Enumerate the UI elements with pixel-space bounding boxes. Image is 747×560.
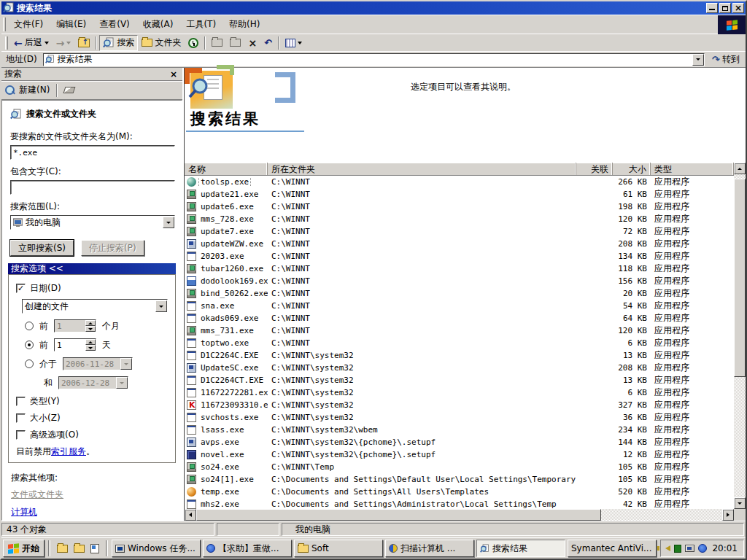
table-row[interactable]: mhs2.exe C:\Documents and Settings\Admin…: [185, 498, 734, 509]
menu-favorites[interactable]: 收藏(A): [136, 15, 180, 34]
file-name[interactable]: updateWZW.exe: [199, 239, 265, 249]
table-row[interactable]: lsass.exe C:\WINNT\system32\wbem 234 KB …: [185, 424, 734, 436]
file-name-cell[interactable]: update7.exe: [185, 227, 268, 236]
scope-dropdown[interactable]: 我的电脑: [10, 215, 175, 230]
column-header-folder[interactable]: 所在文件夹: [268, 163, 576, 175]
file-name[interactable]: update6.exe: [199, 202, 255, 211]
table-row[interactable]: 11672272281.exe C:\WINNT\system32 6 KB 应…: [185, 386, 734, 399]
file-name[interactable]: update21.exe: [199, 190, 260, 199]
close-button[interactable]: ×: [732, 3, 744, 13]
file-name-cell[interactable]: tubar1260.exe: [185, 264, 268, 273]
file-name-cell[interactable]: so24[1].exe: [185, 475, 268, 484]
show-desktop-icon[interactable]: [90, 544, 99, 553]
date-type-dropdown[interactable]: 创建的文件: [22, 299, 168, 314]
file-name-cell[interactable]: avps.exe: [185, 438, 268, 447]
quick-launch-folder-icon[interactable]: [57, 545, 68, 553]
horizontal-scroll-thumb[interactable]: [196, 509, 601, 521]
menu-help[interactable]: 帮助(H): [222, 15, 266, 34]
file-name[interactable]: D1C2264C.EXE: [199, 351, 260, 360]
index-service-link[interactable]: 索引服务: [51, 446, 86, 456]
tray-green-icon[interactable]: [674, 545, 681, 553]
table-row[interactable]: UpdateSC.exe C:\WINNT\system32 208 KB 应用…: [185, 362, 734, 374]
task-help-post[interactable]: 【求助】重做...: [203, 540, 292, 557]
file-name-cell[interactable]: temp.exe: [185, 487, 268, 497]
file-name[interactable]: sna.exe: [199, 301, 236, 311]
clear-search-icon[interactable]: [63, 87, 76, 93]
file-name-cell[interactable]: sna.exe: [185, 301, 268, 311]
column-header-type[interactable]: 类型: [651, 163, 734, 175]
file-name-cell[interactable]: dodolook169.exe: [185, 276, 268, 286]
table-row[interactable]: mms_728.exe C:\WINNT 120 KB 应用程序: [185, 213, 734, 225]
table-row[interactable]: dodolook169.exe C:\WINNT 156 KB 应用程序: [185, 275, 734, 287]
file-name[interactable]: toptwo.exe: [199, 338, 250, 348]
file-name-cell[interactable]: D1C2264CT.EXE: [185, 376, 268, 385]
scope-dropdown-button[interactable]: [163, 217, 174, 228]
table-row[interactable]: toolsp.exe C:\WINNT 266 KB 应用程序: [185, 176, 734, 188]
days-radio[interactable]: [25, 341, 34, 349]
file-name[interactable]: so24[1].exe: [199, 475, 255, 484]
file-name[interactable]: lsass.exe: [199, 425, 246, 435]
file-name-cell[interactable]: mms_731.exe: [185, 326, 268, 335]
file-name[interactable]: 11672272281.exe: [199, 388, 268, 397]
table-row[interactable]: avps.exe C:\WINNT\system32\{pchome}\.set…: [185, 436, 734, 448]
link-computers[interactable]: 计算机: [11, 506, 174, 518]
file-name[interactable]: so24.exe: [199, 462, 241, 472]
menu-view[interactable]: 查看(V): [93, 15, 136, 34]
horizontal-scrollbar[interactable]: [185, 509, 734, 521]
file-name-cell[interactable]: novel.exe: [185, 450, 268, 459]
file-name[interactable]: mhs2.exe: [199, 499, 241, 509]
address-combobox[interactable]: 搜索结果: [43, 53, 705, 66]
type-checkbox[interactable]: [16, 397, 26, 406]
table-row[interactable]: mms_731.exe C:\WINNT 120 KB 应用程序: [185, 324, 734, 337]
file-name[interactable]: bind_50262.exe: [199, 289, 268, 298]
file-name-cell[interactable]: mhs2.exe: [185, 499, 268, 509]
start-button[interactable]: 开始: [3, 540, 44, 557]
address-dropdown-button[interactable]: [692, 54, 704, 66]
table-row[interactable]: okads069.exe C:\WINNT 64 KB 应用程序: [185, 312, 734, 324]
column-header-name[interactable]: 名称: [185, 163, 268, 175]
quick-launch-folder-icon[interactable]: [74, 545, 85, 553]
column-header-relevance[interactable]: 关联: [576, 163, 613, 175]
size-checkbox[interactable]: [16, 413, 26, 423]
table-row[interactable]: update21.exe C:\WINNT 61 KB 应用程序: [185, 188, 734, 201]
file-name-cell[interactable]: 20203.exe: [185, 252, 268, 261]
table-row[interactable]: so24[1].exe C:\Documents and Settings\De…: [185, 473, 734, 486]
file-name-cell[interactable]: updateWZW.exe: [185, 239, 268, 249]
table-row[interactable]: D1C2264C.EXE C:\WINNT\system32 13 KB 应用程…: [185, 349, 734, 362]
search-now-button[interactable]: 立即搜索(S): [10, 240, 74, 256]
back-button[interactable]: ← 后退: [10, 35, 53, 51]
volume-icon[interactable]: [665, 545, 670, 551]
vertical-scroll-thumb[interactable]: [734, 179, 746, 377]
table-row[interactable]: bind_50262.exe C:\WINNT 20 KB 应用程序: [185, 287, 734, 300]
move-to-button[interactable]: [226, 35, 244, 51]
file-name[interactable]: 116723093310.exe: [199, 400, 268, 410]
column-header-size[interactable]: 大小: [613, 163, 651, 175]
file-name[interactable]: D1C2264CT.EXE: [199, 376, 265, 385]
file-name-cell[interactable]: 11672272281.exe: [185, 388, 268, 397]
go-button[interactable]: ↷ 转到: [708, 52, 744, 67]
file-name[interactable]: svchosts.exe: [199, 413, 260, 422]
file-name[interactable]: mms_731.exe: [199, 326, 255, 335]
forward-button[interactable]: →: [53, 35, 75, 51]
task-windows-task[interactable]: Windows 任务...: [112, 540, 201, 557]
file-name-cell[interactable]: toptwo.exe: [185, 338, 268, 348]
file-name[interactable]: update7.exe: [199, 227, 255, 236]
table-row[interactable]: 20203.exe C:\WINNT 134 KB 应用程序: [185, 250, 734, 262]
horizontal-scroll-track[interactable]: [601, 509, 722, 521]
file-name[interactable]: novel.exe: [199, 450, 246, 459]
file-name[interactable]: UpdateSC.exe: [199, 363, 260, 373]
file-name-cell[interactable]: lsass.exe: [185, 425, 268, 435]
file-name-cell[interactable]: svchosts.exe: [185, 413, 268, 422]
delete-button[interactable]: ×: [244, 35, 260, 51]
table-row[interactable]: updateWZW.exe C:\WINNT 208 KB 应用程序: [185, 238, 734, 250]
file-name[interactable]: temp.exe: [199, 487, 241, 497]
folders-button[interactable]: 文件夹: [138, 35, 185, 51]
table-row[interactable]: sna.exe C:\WINNT 54 KB 应用程序: [185, 300, 734, 312]
minimize-button[interactable]: [706, 3, 718, 13]
table-row[interactable]: svchosts.exe C:\WINNT\system32 36 KB 应用程…: [185, 411, 734, 424]
months-radio[interactable]: [25, 322, 34, 330]
task-symantec[interactable]: Symantec AntiVi...: [568, 540, 657, 557]
file-name-cell[interactable]: UpdateSC.exe: [185, 363, 268, 373]
advanced-checkbox[interactable]: [16, 430, 26, 440]
table-row[interactable]: update7.exe C:\WINNT 72 KB 应用程序: [185, 225, 734, 238]
